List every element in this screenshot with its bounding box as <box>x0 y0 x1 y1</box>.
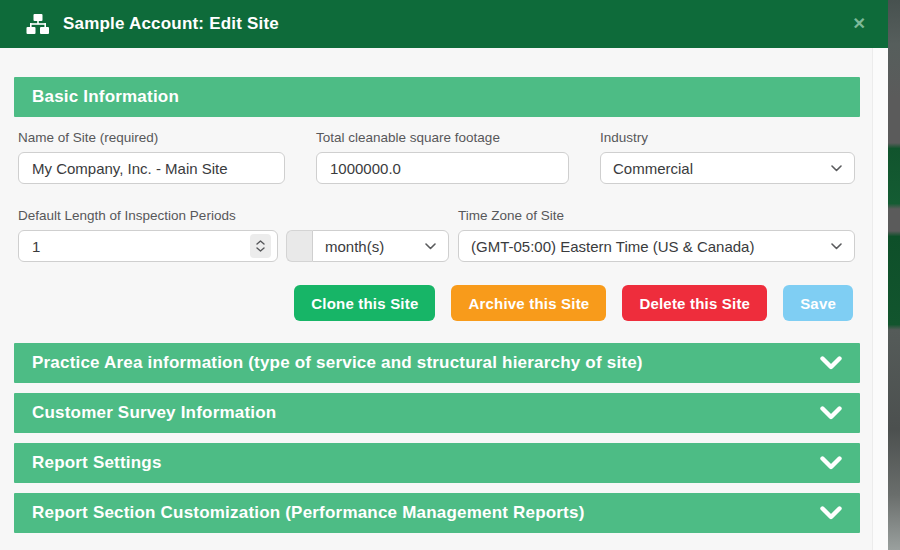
section-report-customization[interactable]: Report Section Customization (Performanc… <box>14 493 860 533</box>
section-report-settings[interactable]: Report Settings <box>14 443 860 483</box>
delete-site-button[interactable]: Delete this Site <box>622 285 767 321</box>
chevron-down-icon <box>831 243 842 250</box>
close-icon[interactable]: ✕ <box>849 12 870 36</box>
chevron-down-icon <box>831 165 842 172</box>
stepper-down-icon[interactable] <box>256 247 265 252</box>
chevron-down-icon <box>820 356 842 370</box>
chevron-down-icon <box>820 406 842 420</box>
archive-site-button[interactable]: Archive this Site <box>451 285 606 321</box>
background-page-edge <box>888 0 900 550</box>
time-zone-selected-value: (GMT-05:00) Eastern Time (US & Canada) <box>471 238 823 255</box>
section-practice-area[interactable]: Practice Area information (type of servi… <box>14 343 860 383</box>
period-unit-select[interactable]: month(s) <box>312 230 449 262</box>
industry-select[interactable]: Commercial <box>600 152 855 184</box>
edit-site-modal: Sample Account: Edit Site ✕ Basic Inform… <box>0 0 888 550</box>
basic-information-form: Name of Site (required) Total cleanable … <box>14 117 860 321</box>
inspection-period-input[interactable] <box>18 230 278 262</box>
section-practice-area-title: Practice Area information (type of servi… <box>32 353 643 373</box>
name-of-site-input[interactable] <box>18 152 285 184</box>
section-customer-survey-title: Customer Survey Information <box>32 403 276 423</box>
chevron-down-icon <box>820 506 842 520</box>
sitemap-icon <box>26 14 50 34</box>
section-basic-information: Basic Information <box>14 77 860 117</box>
section-report-customization-title: Report Section Customization (Performanc… <box>32 503 585 523</box>
square-footage-label: Total cleanable square footage <box>316 130 569 146</box>
section-report-settings-title: Report Settings <box>32 453 162 473</box>
save-button[interactable]: Save <box>783 285 853 321</box>
time-zone-label: Time Zone of Site <box>458 208 855 224</box>
modal-header: Sample Account: Edit Site ✕ <box>0 0 888 48</box>
time-zone-select[interactable]: (GMT-05:00) Eastern Time (US & Canada) <box>458 230 855 262</box>
inspection-period-label: Default Length of Inspection Periods <box>18 208 449 224</box>
name-of-site-label: Name of Site (required) <box>18 130 285 146</box>
section-basic-information-title: Basic Information <box>32 87 179 107</box>
input-group-addon <box>286 230 312 262</box>
stepper-up-icon[interactable] <box>256 240 265 245</box>
number-stepper[interactable] <box>250 234 271 258</box>
industry-label: Industry <box>600 130 855 146</box>
section-customer-survey[interactable]: Customer Survey Information <box>14 393 860 433</box>
chevron-down-icon <box>820 456 842 470</box>
period-unit-selected-value: month(s) <box>325 238 417 255</box>
square-footage-input[interactable] <box>316 152 569 184</box>
clone-site-button[interactable]: Clone this Site <box>294 285 435 321</box>
chevron-down-icon <box>425 243 436 250</box>
industry-selected-value: Commercial <box>613 160 823 177</box>
modal-body: Basic Information Name of Site (required… <box>0 48 888 533</box>
modal-title: Sample Account: Edit Site <box>63 14 279 34</box>
action-buttons: Clone this Site Archive this Site Delete… <box>18 285 855 321</box>
